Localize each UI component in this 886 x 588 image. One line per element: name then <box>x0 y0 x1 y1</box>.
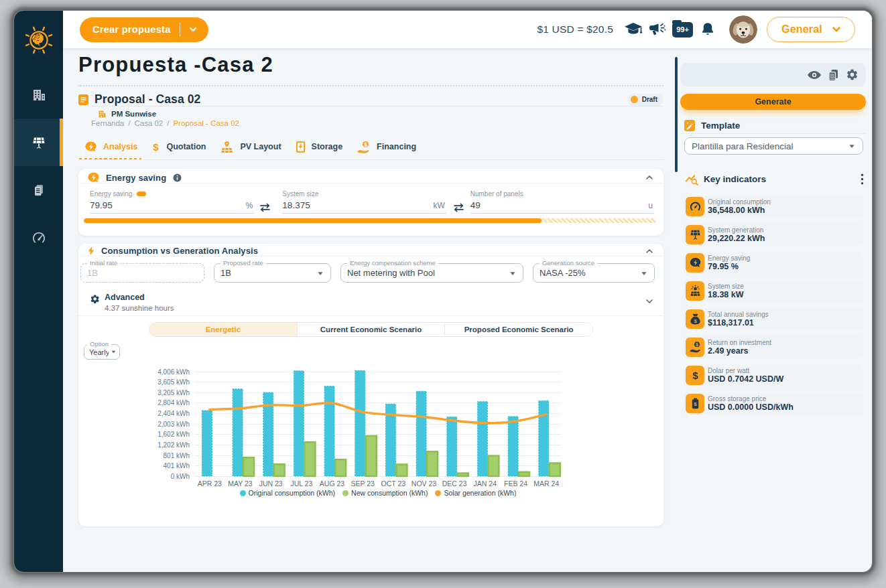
field-system-size[interactable]: System size 18.375kW <box>282 190 446 214</box>
bell-icon[interactable] <box>698 19 718 40</box>
page-title: Propuesta -Casa 2 <box>78 48 663 76</box>
template-select-value: Plantilla para Residencial <box>692 141 848 151</box>
field-energy-saving[interactable]: Energy saving 79.95% <box>90 190 254 214</box>
select-energy-compensation-scheme[interactable]: Energy compensation scheme Net metering … <box>340 263 523 283</box>
notifications-count-badge[interactable]: 99+ <box>672 22 693 38</box>
scenario-tab-proposed-economic-scenario[interactable]: Proposed Economic Scenario <box>445 323 592 336</box>
status-badge: Draft <box>628 94 663 106</box>
legend-item[interactable]: New consumption (kWh) <box>342 489 428 497</box>
breadcrumb-item[interactable]: Proposal - Casa 02 <box>173 119 239 127</box>
chart-legend: Original consumption (kWh)New consumptio… <box>194 489 562 497</box>
eye-icon[interactable] <box>807 68 822 82</box>
academy-cap-icon[interactable] <box>623 19 643 40</box>
legend-dot <box>342 490 349 496</box>
title-divider <box>78 85 663 86</box>
breadcrumb-separator: / <box>167 119 169 127</box>
svg-text:0 kWh: 0 kWh <box>171 473 190 480</box>
svg-text:$: $ <box>692 370 698 381</box>
field-value[interactable]: 18.375 <box>282 200 433 210</box>
kebab-menu-icon[interactable] <box>861 173 864 185</box>
indicator-total-annual-savings: $ Total annual savings $118,317.01 <box>683 308 863 330</box>
financing-icon: $ <box>357 141 371 153</box>
scenario-tab-energetic[interactable]: Energetic <box>149 323 298 336</box>
collapse-icon[interactable] <box>645 246 654 256</box>
field-suffix: kW <box>433 201 444 210</box>
svg-text:801 kWh: 801 kWh <box>164 452 190 459</box>
chevron-down-icon <box>830 23 843 36</box>
hand-coin-mini-icon: $ <box>686 338 704 357</box>
pv-layout-icon <box>220 141 234 153</box>
avatar[interactable] <box>729 15 757 44</box>
select-proposed-rate[interactable]: Proposed rate 1B <box>214 263 331 283</box>
sidebar-item-documents[interactable] <box>14 166 63 214</box>
megaphone-icon[interactable] <box>647 19 668 40</box>
indicator-value: 2.49 years <box>708 346 771 356</box>
lightning-icon <box>87 246 95 256</box>
template-select[interactable]: Plantilla para Residencial <box>684 137 863 155</box>
create-proposal-button[interactable]: Crear propuesta <box>80 17 208 42</box>
svg-text:FEB 24: FEB 24 <box>504 480 527 488</box>
building-icon <box>31 87 47 103</box>
tab-financing[interactable]: $ Financing <box>357 134 416 159</box>
status-label: Draft <box>642 96 657 103</box>
sidebar-item-projects[interactable] <box>14 71 63 119</box>
field-toggle[interactable] <box>137 192 146 196</box>
tab-analysis[interactable]: Analysis <box>84 134 137 159</box>
tab-pv-layout[interactable]: PV Layout <box>220 134 281 159</box>
field-suffix: % <box>246 201 253 210</box>
swap-arrows-icon[interactable] <box>453 203 464 212</box>
panel-accent-bar <box>675 57 678 172</box>
key-indicators-icon <box>685 173 699 186</box>
svg-text:JUN 23: JUN 23 <box>259 480 283 488</box>
energy-progress-bar <box>84 218 656 223</box>
exchange-rate-text: $1 USD = $20.5 <box>537 23 613 35</box>
svg-text:401 kWh: 401 kWh <box>164 462 190 469</box>
collapse-icon[interactable] <box>645 173 654 182</box>
field-number-of-panels[interactable]: Number of panels 49u <box>470 190 654 214</box>
gauge-icon <box>31 230 47 246</box>
generate-button[interactable]: Generate <box>680 94 866 110</box>
caret-down-icon <box>316 269 324 277</box>
option-select[interactable]: Option Yearly <box>84 344 120 360</box>
breadcrumb-item[interactable]: Casa 02 <box>134 119 163 127</box>
copy-pages-icon[interactable] <box>826 68 840 82</box>
indicator-system-generation: System generation 29,220.22 kWh <box>683 224 863 246</box>
scenario-tab-current-economic-scenario[interactable]: Current Economic Scenario <box>298 323 446 336</box>
sun-brain-logo <box>14 25 63 55</box>
dollar-icon: $ <box>151 141 160 153</box>
sidebar-item-monitoring[interactable] <box>14 214 63 261</box>
advanced-title: Advanced <box>105 293 174 302</box>
expand-icon[interactable] <box>645 297 654 306</box>
scenario-tabs: EnergeticCurrent Economic ScenarioPropos… <box>149 322 593 337</box>
battery-mini-icon: $ <box>686 394 704 413</box>
storage-icon <box>296 141 306 153</box>
gear-icon[interactable] <box>844 68 859 82</box>
tab-storage[interactable]: Storage <box>296 134 343 159</box>
select-label: Generation source <box>540 260 597 267</box>
svg-text:OCT 23: OCT 23 <box>381 480 406 488</box>
legend-item[interactable]: Solar generation (kWh) <box>435 489 516 497</box>
indicator-gross-storage-price: $ Gross storage price USD 0.0000 USD/kWh <box>683 392 863 415</box>
indicator-original-consumption: Original consumption 36,548.00 kWh <box>683 196 863 218</box>
field-value[interactable]: 79.95 <box>90 200 246 210</box>
svg-text:1,202 kWh: 1,202 kWh <box>157 441 190 449</box>
indicator-value: 18.38 kW <box>708 290 744 300</box>
company-icon <box>98 110 107 119</box>
consumption-analysis-card: Consumption vs Generation Analysis Initi… <box>78 244 663 526</box>
sidebar-item-proposals[interactable] <box>14 119 63 166</box>
general-menu-button[interactable]: General <box>767 17 855 42</box>
indicator-value: 36,548.00 kWh <box>708 206 771 216</box>
indicator-label: System size <box>708 283 744 290</box>
tab-quotation[interactable]: $Quotation <box>151 134 206 159</box>
energy-saving-icon <box>87 171 100 184</box>
analysis-card-title: Consumption vs Generation Analysis <box>101 246 258 256</box>
field-value[interactable]: 49 <box>470 200 649 210</box>
select-value: NASA -25% <box>540 268 635 278</box>
info-icon[interactable] <box>173 173 182 182</box>
swap-arrows-icon[interactable] <box>259 203 271 212</box>
breadcrumb-item[interactable]: Fernanda <box>91 119 124 127</box>
indicator-label: Original consumption <box>708 198 771 206</box>
legend-item[interactable]: Original consumption (kWh) <box>240 489 336 497</box>
select-generation-source[interactable]: Generation source NASA -25% <box>533 263 655 283</box>
option-label: Option <box>87 341 111 348</box>
